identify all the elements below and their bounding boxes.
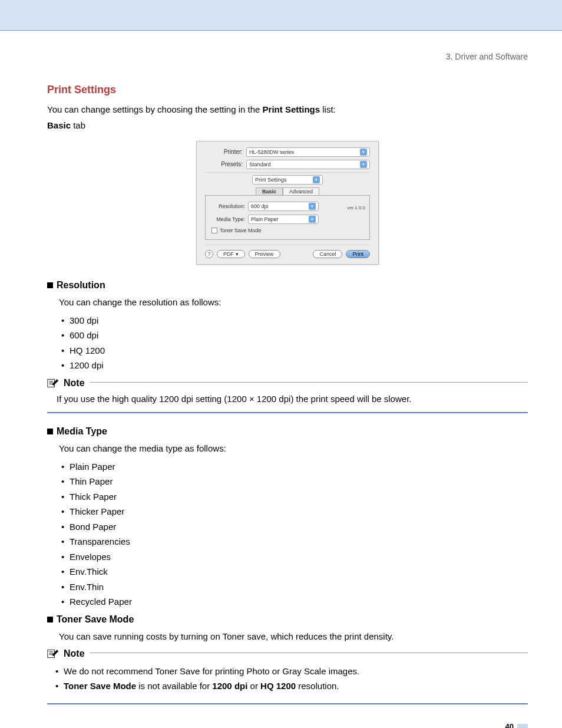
note-pencil-icon — [47, 648, 59, 659]
basic-tab-label: Basic tab — [47, 120, 528, 130]
toner-text: You can save running costs by turning on… — [59, 630, 528, 644]
note1-text: If you use the high quality 1200 dpi set… — [57, 394, 411, 404]
list-item: Env.Thick — [59, 564, 528, 579]
presets-select[interactable]: Standard▾ — [246, 160, 370, 169]
note-title: Note — [64, 378, 85, 388]
note-body: If you use the high quality 1200 dpi set… — [47, 388, 528, 413]
help-button[interactable]: ? — [205, 250, 213, 258]
page-title: Print Settings — [47, 84, 528, 96]
media-field-label: Media Type: — [211, 216, 248, 222]
chevron-down-icon: ▾ — [309, 216, 316, 223]
list-item: Envelopes — [59, 549, 528, 565]
resolution-list: 300 dpi 600 dpi HQ 1200 1200 dpi — [59, 313, 528, 373]
intro-post: list: — [320, 104, 336, 114]
dialog-panel: Resolution: 600 dpi▾ Media Type: Plain P… — [205, 195, 370, 240]
chevron-down-icon: ▾ — [360, 161, 367, 168]
resolution-title: Resolution — [57, 280, 105, 290]
resolution-field-label: Resolution: — [211, 203, 248, 209]
media-value: Plain Paper — [251, 216, 279, 222]
square-bullet-icon — [47, 429, 53, 434]
intro-text: You can change settings by choosing the … — [47, 103, 528, 117]
square-bullet-icon — [47, 282, 53, 288]
note2-line2: Toner Save Mode is not available for 120… — [53, 678, 528, 694]
list-item: Thin Paper — [59, 474, 528, 489]
note-block: Note We do not recommend Toner Save for … — [47, 648, 528, 704]
chevron-down-icon: ▾ — [309, 203, 316, 210]
page-content: 3. Driver and Software Print Settings Yo… — [0, 31, 562, 728]
tab-advanced[interactable]: Advanced — [283, 187, 319, 196]
basic-tab-word: tab — [71, 120, 85, 130]
list-item: Recycled Paper — [59, 594, 528, 610]
pdf-button[interactable]: PDF ▾ — [217, 250, 245, 258]
chevron-down-icon: ▾ — [360, 149, 367, 156]
media-intro: You can change the media type as follows… — [59, 442, 528, 456]
note-rule — [90, 382, 528, 383]
note2-or: or — [247, 681, 260, 691]
note-pencil-icon — [47, 378, 59, 388]
list-item: HQ 1200 — [59, 343, 528, 358]
section-toner-save: Toner Save Mode You can save running cos… — [47, 614, 528, 644]
note-body: We do not recommend Toner Save for print… — [47, 659, 528, 704]
note2-mid: is not available for — [136, 681, 212, 691]
toner-save-checkbox[interactable] — [211, 228, 217, 233]
presets-value: Standard — [249, 162, 271, 167]
square-bullet-icon — [47, 617, 53, 622]
note-rule — [90, 653, 528, 653]
note-block: Note If you use the high quality 1200 dp… — [47, 378, 528, 413]
toner-title: Toner Save Mode — [57, 614, 134, 624]
page-footer: 40 — [47, 721, 528, 729]
note2-b2: 1200 dpi — [212, 681, 247, 691]
page-bar-icon — [517, 724, 528, 728]
list-item: 300 dpi — [59, 313, 528, 328]
panel-select[interactable]: Print Settings▾ — [252, 175, 323, 185]
note2-line1: We do not recommend Toner Save for print… — [53, 664, 528, 679]
list-item: Thick Paper — [59, 489, 528, 505]
list-item: Plain Paper — [59, 459, 528, 475]
header-band — [0, 0, 562, 31]
list-item: 600 dpi — [59, 328, 528, 343]
list-item: Thicker Paper — [59, 504, 528, 519]
list-item: Env.Thin — [59, 579, 528, 595]
cancel-button[interactable]: Cancel — [313, 250, 342, 258]
resolution-select[interactable]: 600 dpi▾ — [248, 202, 319, 211]
printer-label: Printer: — [205, 149, 246, 155]
print-button[interactable]: Print — [346, 250, 370, 258]
note-title: Note — [64, 648, 85, 659]
print-dialog: Printer: HL-5280DW series▾ Presets: Stan… — [196, 141, 379, 265]
printer-select[interactable]: HL-5280DW series▾ — [246, 147, 370, 157]
dialog-screenshot: Printer: HL-5280DW series▾ Presets: Stan… — [47, 141, 528, 265]
preview-button[interactable]: Preview — [249, 250, 280, 258]
basic-bold: Basic — [47, 120, 71, 130]
page-number: 40 — [505, 722, 514, 728]
intro-bold: Print Settings — [263, 104, 320, 114]
toner-save-label: Toner Save Mode — [220, 228, 262, 233]
list-item: Bond Paper — [59, 519, 528, 535]
breadcrumb: 3. Driver and Software — [47, 52, 528, 61]
list-item: Transparencies — [59, 534, 528, 549]
presets-label: Presets: — [205, 161, 246, 167]
section-media-type: Media Type You can change the media type… — [47, 426, 528, 610]
printer-value: HL-5280DW series — [249, 149, 294, 155]
resolution-intro: You can change the resolution as follows… — [59, 295, 528, 309]
panel-value: Print Settings — [255, 177, 287, 183]
intro-pre: You can change settings by choosing the … — [47, 104, 263, 114]
tab-basic[interactable]: Basic — [256, 187, 283, 196]
media-title: Media Type — [57, 426, 107, 436]
note2-b1: Toner Save Mode — [64, 681, 136, 691]
media-select[interactable]: Plain Paper▾ — [248, 215, 319, 224]
version-label: ver.1.0.0 — [347, 205, 365, 210]
note2-end: resolution. — [296, 681, 339, 691]
resolution-value: 600 dpi — [251, 203, 269, 209]
media-list: Plain Paper Thin Paper Thick Paper Thick… — [59, 459, 528, 610]
note2-b3: HQ 1200 — [260, 681, 296, 691]
section-resolution: Resolution You can change the resolution… — [47, 280, 528, 373]
chevron-down-icon: ▾ — [313, 176, 320, 183]
list-item: 1200 dpi — [59, 358, 528, 373]
